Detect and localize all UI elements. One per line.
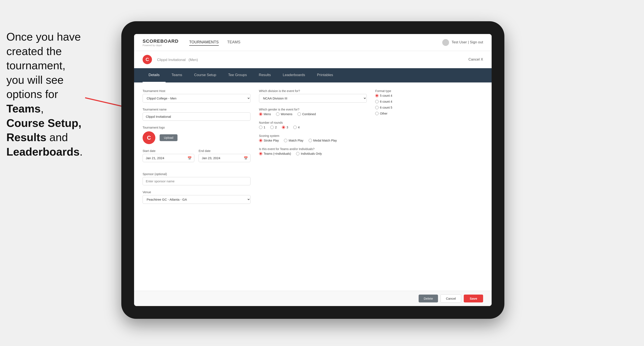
format-group: Format type 5 count 4 6 count 4 6 count … bbox=[375, 89, 483, 115]
teams-plus-individuals[interactable]: Teams (+Individuals) bbox=[259, 152, 291, 155]
rounds-radio-group: 1 2 3 4 bbox=[259, 126, 367, 129]
format-6count4[interactable]: 6 count 4 bbox=[375, 100, 483, 103]
user-info: Test User | Sign out bbox=[442, 39, 483, 46]
gender-combined[interactable]: Combined bbox=[298, 112, 316, 116]
sponsor-group: Sponsor (optional) bbox=[142, 172, 250, 185]
tab-teams[interactable]: Teams bbox=[166, 68, 188, 82]
tablet-screen: SCOREBOARD Powered by clippd TOURNAMENTS… bbox=[134, 34, 492, 306]
date-row: Start date 📅 End date 📅 bbox=[142, 149, 250, 167]
tournament-name: Clippd Invitational (Men) bbox=[155, 57, 198, 62]
tab-tee-groups[interactable]: Tee Groups bbox=[222, 68, 253, 82]
host-select[interactable]: Clippd College - Men bbox=[142, 94, 250, 103]
rounds-3[interactable]: 3 bbox=[282, 126, 288, 129]
venue-select[interactable]: Peachtree GC - Atlanta - GA bbox=[142, 195, 250, 204]
scoring-match[interactable]: Match Play bbox=[284, 139, 303, 142]
rounds-4[interactable]: 4 bbox=[293, 126, 300, 129]
gender-label: Which gender is the event for? bbox=[259, 108, 367, 111]
tab-course-setup[interactable]: Course Setup bbox=[188, 68, 222, 82]
teams-label: Is this event for Teams and/or Individua… bbox=[259, 147, 367, 151]
tabs-bar: Details Teams Course Setup Tee Groups Re… bbox=[134, 68, 492, 82]
user-avatar bbox=[442, 39, 449, 46]
gender-mens[interactable]: Mens bbox=[259, 112, 271, 116]
instruction-bold2: Course Setup, bbox=[6, 117, 82, 129]
cancel-button[interactable]: Cancel bbox=[440, 294, 461, 303]
form-column-3: Format type 5 count 4 6 count 4 6 count … bbox=[375, 89, 483, 209]
instruction-line2: created the bbox=[6, 45, 62, 57]
gender-group: Which gender is the event for? Mens Wome… bbox=[259, 108, 367, 116]
sponsor-input[interactable] bbox=[142, 177, 250, 185]
form-columns: Tournament Host Clippd College - Men Tou… bbox=[142, 89, 483, 209]
scoring-group: Scoring system Stroke Play Match Play Me… bbox=[259, 134, 367, 142]
scoring-radio-group: Stroke Play Match Play Medal Match Play bbox=[259, 139, 367, 142]
end-date-group: End date 📅 bbox=[198, 149, 250, 162]
start-date-group: Start date 📅 bbox=[142, 149, 194, 162]
tab-details[interactable]: Details bbox=[142, 68, 166, 82]
end-date-icon: 📅 bbox=[244, 156, 248, 160]
gender-radio-group: Mens Womens Combined bbox=[259, 112, 367, 116]
venue-group: Venue Peachtree GC - Atlanta - GA bbox=[142, 190, 250, 204]
division-select[interactable]: NCAA Division III bbox=[259, 94, 367, 103]
nav-tournaments[interactable]: TOURNAMENTS bbox=[189, 39, 219, 46]
save-button[interactable]: Save bbox=[464, 295, 483, 302]
scoring-label: Scoring system bbox=[259, 134, 367, 138]
name-label: Tournament name bbox=[142, 108, 250, 111]
format-radio-stack: 5 count 4 6 count 4 6 count 5 Other bbox=[375, 94, 483, 115]
format-6count5[interactable]: 6 count 5 bbox=[375, 106, 483, 109]
logo-upload-area: C Upload bbox=[142, 131, 250, 144]
start-date-label: Start date bbox=[142, 149, 194, 153]
logo-label: Tournament logo bbox=[142, 126, 250, 129]
sponsor-label: Sponsor (optional) bbox=[142, 172, 250, 176]
top-nav: SCOREBOARD Powered by clippd TOURNAMENTS… bbox=[134, 34, 492, 51]
form-column-2: Which division is the event for? NCAA Di… bbox=[259, 89, 367, 209]
delete-button[interactable]: Delete bbox=[418, 295, 438, 302]
upload-button[interactable]: Upload bbox=[160, 134, 178, 141]
form-column-1: Tournament Host Clippd College - Men Tou… bbox=[142, 89, 250, 209]
tab-leaderboards[interactable]: Leaderboards bbox=[277, 68, 311, 82]
instruction-bold3: Results bbox=[6, 131, 46, 144]
start-date-wrapper: 📅 bbox=[142, 154, 194, 162]
format-5count4[interactable]: 5 count 4 bbox=[375, 94, 483, 97]
cancel-tournament-button[interactable]: Cancel X bbox=[468, 57, 483, 62]
tournament-badge: (Men) bbox=[188, 58, 198, 62]
tab-printables[interactable]: Printables bbox=[311, 68, 339, 82]
start-date-icon: 📅 bbox=[188, 156, 192, 160]
gender-womens[interactable]: Womens bbox=[276, 112, 292, 116]
name-group: Tournament name bbox=[142, 108, 250, 121]
format-other[interactable]: Other bbox=[375, 112, 483, 115]
name-input[interactable] bbox=[142, 112, 250, 121]
teams-group: Is this event for Teams and/or Individua… bbox=[259, 147, 367, 155]
tournament-logo: C bbox=[142, 55, 152, 64]
user-text[interactable]: Test User | Sign out bbox=[452, 40, 483, 44]
instruction-line5: options for bbox=[6, 88, 58, 100]
logo-group: Tournament logo C Upload bbox=[142, 126, 250, 144]
division-group: Which division is the event for? NCAA Di… bbox=[259, 89, 367, 103]
instruction-line4: you will see bbox=[6, 74, 64, 86]
instruction-text: Once you have created the tournament, yo… bbox=[0, 25, 102, 163]
venue-label: Venue bbox=[142, 190, 250, 194]
rounds-2[interactable]: 2 bbox=[270, 126, 277, 129]
instruction-line1: Once you have bbox=[6, 31, 81, 43]
host-label: Tournament Host bbox=[142, 89, 250, 93]
logo-text: SCOREBOARD bbox=[142, 38, 178, 44]
format-label: Format type bbox=[375, 89, 483, 93]
tablet-frame: SCOREBOARD Powered by clippd TOURNAMENTS… bbox=[121, 21, 504, 319]
instruction-line3: tournament, bbox=[6, 59, 66, 72]
individuals-only[interactable]: Individuals Only bbox=[296, 152, 322, 155]
logo-placeholder: C bbox=[142, 131, 155, 144]
host-group: Tournament Host Clippd College - Men bbox=[142, 89, 250, 103]
teams-radio-group: Teams (+Individuals) Individuals Only bbox=[259, 152, 367, 155]
scoring-stroke[interactable]: Stroke Play bbox=[259, 139, 279, 142]
tab-results[interactable]: Results bbox=[253, 68, 277, 82]
end-date-input[interactable] bbox=[198, 154, 250, 162]
logo-sub: Powered by clippd bbox=[142, 44, 178, 46]
end-date-wrapper: 📅 bbox=[198, 154, 250, 162]
logo-area: SCOREBOARD Powered by clippd bbox=[142, 38, 178, 46]
scoring-medal[interactable]: Medal Match Play bbox=[308, 139, 337, 142]
start-date-input[interactable] bbox=[142, 154, 194, 162]
nav-teams[interactable]: TEAMS bbox=[227, 39, 240, 46]
rounds-1[interactable]: 1 bbox=[259, 126, 266, 129]
bottom-bar: Delete Cancel Save bbox=[134, 291, 492, 306]
end-date-label: End date bbox=[198, 149, 250, 153]
rounds-group: Number of rounds 1 2 3 bbox=[259, 121, 367, 129]
instruction-bold4: Leaderboards bbox=[6, 146, 80, 158]
